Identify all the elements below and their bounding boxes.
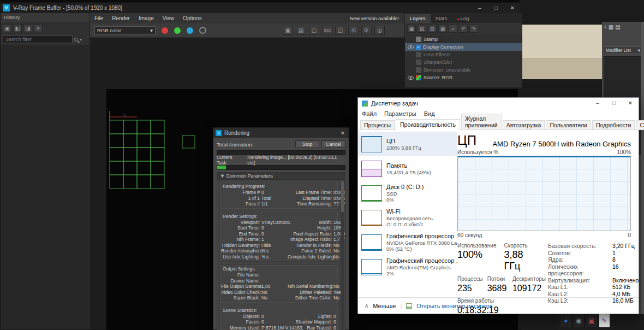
render-region-icon[interactable]: ▢ [309, 26, 319, 35]
sheet-icon[interactable]: ▤ [615, 24, 622, 30]
red-channel-toggle[interactable] [162, 27, 168, 34]
tab-layers[interactable]: Layers [405, 14, 431, 23]
sidebar-item-detail2: О: 0 П: 0 кбит/с [386, 221, 433, 227]
sidebar-item-wifi[interactable]: Wi-Fi Беспроводная сеть О: 0 П: 0 кбит/с [358, 205, 457, 230]
grid-icon[interactable]: ▦ [609, 24, 615, 30]
vfb-title-bar[interactable]: V V-Ray Frame Buffer - [50.0% of 1920 x … [1, 3, 521, 13]
open-resource-monitor-link[interactable]: Открыть монитор ресурсов [416, 303, 492, 309]
sidebar-item-memory[interactable]: Память 15,4/31,4 ГБ (49%) [358, 156, 457, 181]
param-label: Video Color Check: [221, 290, 261, 296]
close-button[interactable]: ✕ [504, 3, 521, 13]
tab-processes[interactable]: Процессы [360, 120, 395, 130]
tab-log[interactable]: ●Log [452, 14, 474, 23]
panel-scrollbar[interactable] [641, 22, 644, 314]
cpu-usage-chart[interactable] [457, 156, 631, 231]
layer-row-stamp[interactable]: Stamp [405, 36, 522, 43]
save-image-icon[interactable]: ▣ [283, 26, 293, 35]
mono-channel-toggle[interactable] [199, 27, 206, 34]
stamp-icon [416, 37, 421, 42]
load-preset-icon[interactable]: ▦ [438, 25, 447, 33]
close-button[interactable]: ✕ [622, 98, 639, 109]
info-value: 1 [612, 250, 616, 257]
cpu-mini-chart [361, 136, 382, 152]
menu-render[interactable]: Render [108, 15, 134, 21]
remove-history-icon[interactable]: ✕ [34, 24, 43, 32]
menu-options[interactable]: Options [178, 15, 206, 21]
add-folder-icon[interactable]: ▤ [418, 25, 426, 33]
plus-icon[interactable]: + [604, 24, 609, 30]
maximize-button[interactable]: □ [488, 3, 504, 13]
tm-title-bar[interactable]: Диспетчер задач – □ ✕ [358, 98, 639, 109]
new-version-link[interactable]: New version available! [350, 16, 399, 21]
sidebar-item-cpu[interactable]: ЦП 100% 3,88 ГГц [358, 132, 457, 156]
tab-users[interactable]: Пользователи [546, 120, 591, 130]
sidebar-item-gpu-1[interactable]: Графический процессор … AMD Radeon(TM) G… [358, 255, 457, 279]
follow-mouse-icon[interactable]: ◎ [374, 26, 385, 35]
crop-icon[interactable]: ◱ [335, 26, 345, 35]
common-parameters-rollout[interactable]: ▼ Common Parameters [217, 173, 345, 180]
param-row: File Output Gamma: 1,00 Nth Serial Numbe… [221, 284, 337, 290]
layer-row-source-rgb[interactable]: Source: RGB [405, 74, 522, 81]
layer-row-lens-effects[interactable]: Lens Effects [405, 51, 522, 58]
minimize-button[interactable]: – [472, 3, 488, 13]
stat-label: Процессы [457, 276, 483, 282]
compare-ab-horizontal-icon[interactable]: ◧ [13, 24, 22, 32]
clear-image-icon[interactable]: ⟲ [348, 26, 359, 35]
info-row: Сокетов: 1 [548, 250, 639, 257]
undo-icon[interactable]: ↶ [459, 25, 468, 33]
param-label: Hidden Geometry: [221, 243, 261, 249]
vfb-window-title: V-Ray Frame Buffer - [50.0% of 1920 x 10… [13, 5, 122, 11]
channel-dropdown[interactable]: RGB color ▾ [94, 26, 156, 35]
menu-options[interactable]: Параметры [380, 110, 420, 117]
param-value: 1/1 [261, 201, 288, 207]
history-list[interactable] [1, 45, 89, 329]
visibility-eye-icon[interactable] [408, 76, 414, 80]
copy-image-icon[interactable]: ▤ [296, 26, 306, 35]
scrollbar-thumb[interactable] [341, 181, 344, 212]
minimize-button[interactable]: – [589, 98, 606, 109]
layer-row-display-correction[interactable]: ✓Display Correction [405, 43, 522, 51]
current-task-progress-bar [217, 165, 345, 170]
layer-row-denoiser[interactable]: Denoiser: unavailable [405, 66, 522, 74]
resolution-badge-icon[interactable]: 502 [322, 26, 332, 35]
maximize-button[interactable]: □ [606, 98, 622, 109]
tab-details[interactable]: Подробности [592, 120, 635, 130]
menu-view[interactable]: View [158, 15, 179, 21]
visibility-eye-icon[interactable] [408, 45, 414, 49]
search-input[interactable] [3, 36, 73, 43]
fewer-details-button[interactable]: Меньше [373, 303, 396, 309]
save-to-history-icon[interactable]: ▣ [3, 24, 11, 32]
green-channel-toggle[interactable] [174, 27, 181, 34]
checkbox-checked-icon[interactable]: ✓ [416, 45, 421, 50]
tab-services[interactable]: Службы [636, 120, 644, 130]
redo-icon[interactable]: ↷ [469, 25, 478, 33]
redo-render-icon[interactable]: ⟳ [361, 26, 372, 35]
blue-channel-toggle[interactable] [187, 27, 193, 34]
tab-performance[interactable]: Производительность [396, 119, 460, 130]
sidebar-item-gpu-0[interactable]: Графический процессор … NVIDIA GeForce R… [358, 230, 457, 255]
menu-file[interactable]: File [90, 15, 108, 21]
param-value: Yes [261, 248, 288, 254]
tab-startup[interactable]: Автозагрузка [503, 120, 545, 130]
rgb-source-icon [416, 75, 421, 80]
compare-ab-vertical-icon[interactable]: ◨ [23, 24, 32, 32]
add-layer-icon[interactable]: ▣ [407, 25, 416, 33]
param-value: 0 [333, 325, 337, 330]
params-scrollbar[interactable] [341, 181, 344, 330]
save-preset-icon[interactable]: ▥ [428, 25, 437, 33]
cancel-button[interactable]: Cancel [321, 140, 345, 148]
menu-image[interactable]: Image [134, 15, 158, 21]
rendering-dialog-title-bar[interactable]: 3 Rendering ✕ [213, 128, 349, 138]
modifier-list-dropdown[interactable]: Modifier List ▾ [604, 46, 642, 54]
tab-stats[interactable]: Stats [431, 14, 452, 23]
layer-row-sharpen-blur[interactable]: Sharpen/Blur [405, 58, 522, 66]
menu-view[interactable]: Вид [420, 110, 439, 117]
menu-file[interactable]: Файл [358, 110, 380, 117]
stop-button[interactable]: Stop [295, 140, 319, 148]
chart-min-label: 0 [628, 232, 631, 238]
chevron-down-icon[interactable]: ▾ [80, 37, 82, 42]
close-icon[interactable]: ✕ [337, 130, 349, 136]
list-view-icon[interactable]: ≡ [449, 25, 457, 33]
tab-app-history[interactable]: Журнал приложений [461, 114, 502, 130]
sidebar-item-disk[interactable]: Диск 0 (C: D:) SSD 0% [358, 181, 457, 205]
